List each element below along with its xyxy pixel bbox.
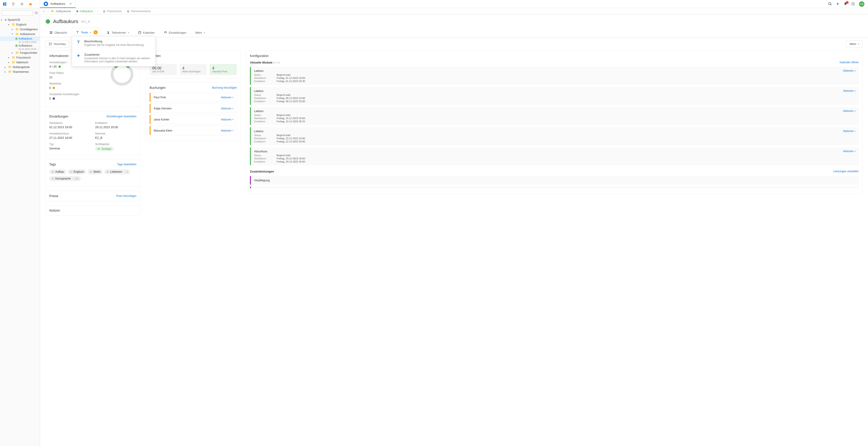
- tab-participants[interactable]: Teilnehmer ▾: [102, 28, 133, 37]
- meta-value: Beginnt bald: [277, 73, 305, 76]
- open-calendar-link[interactable]: Kalender öffnen: [839, 61, 859, 64]
- tag[interactable]: 🏷Aufbau: [49, 169, 66, 174]
- tree-label: SprachCB: [8, 18, 20, 22]
- info-value: 29.12.2023 20:00: [95, 125, 136, 129]
- preview-button[interactable]: Vorschau: [45, 40, 69, 48]
- close-icon[interactable]: ✕: [69, 2, 72, 5]
- tree-node[interactable]: ▸📁Französisch: [0, 55, 40, 60]
- avatar[interactable]: CB: [859, 1, 864, 7]
- meta-value: Freitag, 29.12.2023 18:00: [277, 157, 305, 160]
- breadcrumb-bar: | 📁 Aufbaukurse › Aufbaukurs | Präsenzli…: [40, 8, 868, 14]
- svg-point-5: [829, 2, 831, 5]
- module-row[interactable]: LektionStatusBeginnt baldStartdatumFreit…: [250, 87, 859, 105]
- chevron-down-icon: ▾: [1, 19, 4, 21]
- tree-root[interactable]: ▾ SprachCB: [0, 18, 40, 22]
- meta-label: Status: [254, 114, 274, 116]
- tree-node[interactable]: ▸📁Multiangebote: [0, 65, 40, 69]
- tree-node[interactable]: Aufbaukurs: [0, 43, 40, 48]
- tree-node[interactable]: Aufbaukurs: [0, 36, 40, 41]
- dropdown-item-description[interactable]: Beschreibung Ergänzen Sie Ihr Angebot mi…: [72, 36, 155, 50]
- tree-node[interactable]: ▾📁Englisch: [0, 22, 40, 27]
- meta-label: Enddatum: [254, 80, 274, 83]
- service-row[interactable]: [250, 186, 859, 188]
- trash-icon[interactable]: [11, 2, 16, 6]
- home-icon[interactable]: [29, 2, 33, 6]
- booking-actions-button[interactable]: Aktionen ▾: [221, 118, 234, 121]
- more-button[interactable]: Mehr ▾: [846, 40, 863, 48]
- tag[interactable]: 🏷Englisch: [68, 169, 86, 174]
- module-row[interactable]: LektionStatusBeginnt baldStartdatumFreit…: [250, 107, 859, 125]
- info-label: Gestartete Anmeldungen: [49, 93, 136, 96]
- config-card: Konfiguration Aktuelle Module (5 / 5) Ka…: [246, 51, 863, 194]
- add-booking-link[interactable]: Buchung hinzufügen: [212, 86, 237, 89]
- module-actions-button[interactable]: Aktionen ▾: [843, 89, 856, 92]
- module-row[interactable]: AbschlussStatusBeginnt baldStartdatumFre…: [250, 147, 859, 165]
- layout-icon[interactable]: [3, 2, 7, 6]
- tab-overview[interactable]: Übersicht: [45, 28, 71, 37]
- tree-node[interactable]: ▸📁Fortgeschritter: [0, 51, 40, 55]
- tree-node[interactable]: ▸📁Italienisch: [0, 60, 40, 65]
- module-row[interactable]: LektionStatusBeginnt baldStartdatumFreit…: [250, 67, 859, 85]
- module-actions-button[interactable]: Aktionen ▾: [843, 129, 856, 133]
- tree-node[interactable]: ▾📁Aufbaukurse: [0, 32, 40, 36]
- meta-label: Enddatum: [254, 140, 274, 143]
- module-row[interactable]: LektionStatusBeginnt baldStartdatumFreit…: [250, 127, 859, 145]
- stat-value: 00.00: [152, 66, 174, 70]
- tag[interactable]: 🏷Berlin: [88, 169, 103, 174]
- search-icon[interactable]: [828, 2, 832, 6]
- tag[interactable]: 🏷Lektionen→ 5: [104, 169, 130, 174]
- add-price-link[interactable]: Preis hinzufügen: [116, 195, 136, 198]
- booking-row[interactable]: Paul FinkAktionen ▾: [150, 93, 237, 102]
- plus-icon[interactable]: [836, 2, 840, 6]
- tag-icon: 🏷: [52, 177, 54, 180]
- breadcrumb-item-active[interactable]: Aufbaukurs: [76, 10, 93, 13]
- tree-node[interactable]: ▸📁Teaminternes: [0, 69, 40, 74]
- module-actions-button[interactable]: Aktionen ▾: [843, 150, 856, 153]
- tree-label: Multiangebote: [13, 65, 30, 69]
- booking-row[interactable]: Katja GerstenAktionen ▾: [150, 104, 237, 113]
- svg-rect-0: [3, 2, 4, 6]
- tab-texts[interactable]: Texte ▾ A: [72, 28, 102, 37]
- button-label: Mehr: [849, 42, 856, 46]
- booking-name: Katja Gersten: [154, 107, 172, 110]
- booking-name: Manuela Klein: [154, 129, 172, 132]
- booking-actions-button[interactable]: Aktionen ▾: [221, 129, 234, 132]
- page-header: Aufbaukurs #E2_B Übersicht Texte: [40, 14, 868, 37]
- svg-point-11: [854, 3, 855, 4]
- back-icon[interactable]: [43, 10, 45, 13]
- participant-list-button[interactable]: Teilnehmendenli...: [127, 10, 153, 13]
- tag[interactable]: 🏷Kurssprache→ EN: [49, 176, 81, 181]
- manage-services-link[interactable]: Leistungen verwalten: [833, 170, 859, 173]
- module-actions-button[interactable]: Aktionen ▾: [843, 110, 856, 113]
- tab-settings[interactable]: Einstellungen: [160, 28, 190, 37]
- module-actions-button[interactable]: Aktionen ▾: [843, 69, 856, 72]
- delete-icon[interactable]: [20, 2, 24, 6]
- bell-icon[interactable]: 1: [844, 2, 848, 6]
- presence-list-button[interactable]: Präsenzliste: [103, 10, 122, 13]
- booking-actions-button[interactable]: Aktionen ▾: [221, 96, 234, 99]
- booking-row[interactable]: Manuela KleinAktionen ▾: [150, 126, 237, 135]
- window-tab[interactable]: Aufbaukurs ✕: [40, 0, 76, 8]
- dropdown-item-additional-texts[interactable]: Zusatztexte Zusatztexte können in den E-…: [72, 50, 155, 66]
- info-label: Startdatum: [49, 121, 91, 124]
- breadcrumb-item[interactable]: 📁 Aufbaukurse: [51, 9, 71, 13]
- meta-value: Freitag, 01.12.2023 20:30: [277, 80, 305, 83]
- booking-actions-button[interactable]: Aktionen ▾: [221, 107, 234, 110]
- chevron-down-icon: ▾: [855, 110, 856, 112]
- tab-calendar[interactable]: Kalender: [134, 28, 159, 37]
- sidebar-search-input[interactable]: [2, 10, 33, 16]
- edit-tags-link[interactable]: Tags bearbeiten: [117, 163, 136, 166]
- search-icon[interactable]: [35, 11, 38, 14]
- apps-icon[interactable]: [851, 2, 855, 6]
- chevron-icon: ▾: [8, 23, 11, 26]
- tree-node[interactable]: ▸📁Grundlagenkur: [0, 27, 40, 32]
- tag-icon: 🏷: [90, 171, 92, 173]
- chevron-down-icon: ▾: [855, 70, 856, 72]
- stat-value: 4: [212, 66, 234, 70]
- folder-icon: 📁: [12, 56, 16, 59]
- edit-settings-link[interactable]: Einstellungen bearbeiten: [107, 115, 136, 118]
- tree-label: Aufbaukurs: [19, 44, 32, 47]
- booking-row[interactable]: Jana KohlerAktionen ▾: [150, 115, 237, 124]
- tab-more[interactable]: Mehr ▾: [191, 28, 209, 37]
- service-row[interactable]: Verpflegung: [250, 176, 859, 185]
